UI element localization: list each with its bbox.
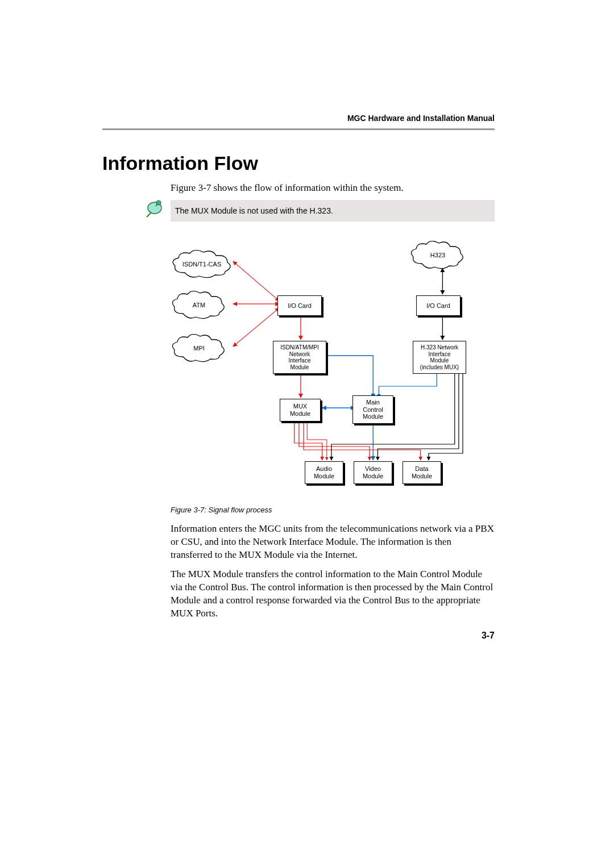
page-title: Information Flow <box>102 152 258 174</box>
body-paragraph-1: Information enters the MGC units from th… <box>171 523 495 562</box>
running-header: MGC Hardware and Installation Manual <box>347 114 495 123</box>
box-main-control: MainControlModule <box>352 395 393 424</box>
box-nim-left: ISDN/ATM/MPINetworkInterfaceModule <box>273 341 326 374</box>
header-rule <box>102 128 495 130</box>
body-paragraph-2: The MUX Module transfers the control inf… <box>171 568 495 620</box>
box-io-right: I/O Card <box>416 295 460 316</box>
box-audio: AudioModule <box>305 461 343 484</box>
figure-signal-flow: ISDN/T1-CAS ATM MPI H323 I/O Card I/O Ca… <box>171 233 495 500</box>
cloud-mpi: MPI <box>171 334 227 362</box>
cloud-atm: ATM <box>171 291 227 319</box>
box-video: VideoModule <box>354 461 392 484</box>
box-io-left: I/O Card <box>277 295 322 316</box>
note-pushpin-icon <box>143 198 166 220</box>
box-data: DataModule <box>403 461 441 484</box>
page-number: 3-7 <box>482 631 495 641</box>
box-mux: MUXModule <box>280 399 321 422</box>
box-nim-right: H.323 NetworkInterfaceModule(includes MU… <box>413 341 466 374</box>
figure-caption: Figure 3-7: Signal flow process <box>171 506 272 514</box>
note-callout: The MUX Module is not used with the H.32… <box>171 200 495 222</box>
cloud-isdn: ISDN/T1-CAS <box>171 250 233 278</box>
cloud-h323: H323 <box>409 241 466 269</box>
note-text: The MUX Module is not used with the H.32… <box>175 206 333 215</box>
intro-text: Figure 3-7 shows the flow of information… <box>171 182 495 194</box>
